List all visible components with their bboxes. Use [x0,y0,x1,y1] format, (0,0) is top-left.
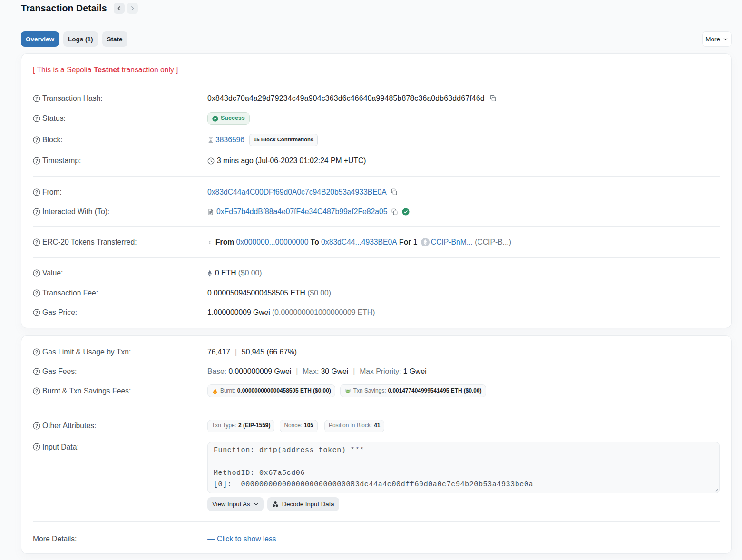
copy-from-address-button[interactable] [391,188,398,196]
txn-savings-chip-label: Txn Savings: [353,386,386,396]
question-icon[interactable] [33,157,40,165]
tab-state[interactable]: State [102,31,127,47]
question-icon[interactable] [33,289,40,297]
decode-input-data-label: Decode Input Data [282,501,334,508]
row-label: More Details: [33,534,207,544]
burnt-chip-value: 0.000000000000458505 ETH ($0.00) [237,386,331,396]
divider [33,176,720,177]
row-transaction-hash: Transaction Hash: 0x843dc70a4a29d79234c4… [33,93,720,104]
txn-type-chip-label: Txn Type: [212,421,236,431]
gas-fees-base-label: Base: [207,366,226,377]
copy-icon [489,95,497,102]
question-icon[interactable] [33,136,40,144]
tab-overview[interactable]: Overview [21,31,59,47]
question-icon[interactable] [33,422,40,430]
position-in-block-chip-value: 41 [374,421,380,431]
txn-type-chip-value: 2 (EIP-1559) [238,421,270,431]
chevron-down-icon [723,37,728,42]
transaction-hash-value: 0x843dc70a4a29d79234c49a904c363d6c46640a… [207,93,485,104]
more-details-label: More Details: [33,534,77,544]
more-button-label: More [705,36,720,43]
row-more-details: More Details: — Click to show less [33,534,720,544]
gas-price-eth: (0.000000001000000009 ETH) [272,307,375,318]
row-gas-price: Gas Price: 1.000000009 Gwei (0.000000001… [33,307,720,318]
question-icon[interactable] [33,348,40,356]
transaction-hash-label: Transaction Hash: [42,93,103,104]
divider [33,409,720,409]
row-label: Transaction Fee: [33,288,207,298]
row-value: Value: 0 ETH ($0.00) [33,268,720,278]
question-icon[interactable] [33,309,40,316]
overview-card: [ This is a Sepolia Testnet transaction … [21,53,732,328]
row-value: 1.000000009 Gwei (0.000000001000000009 E… [207,307,720,318]
copy-transaction-hash-button[interactable] [489,95,497,102]
interacted-with-address-link[interactable]: 0xFd57b4ddBf88a4e07fF4e34C487b99af2Fe82a… [216,206,387,217]
row-input-data: Input Data: Function: drip(address token… [33,442,720,511]
gas-limit-label: Gas Limit & Usage by Txn: [42,347,131,357]
decode-input-data-button[interactable]: Decode Input Data [267,497,339,511]
gas-limit-separator: | [235,347,237,357]
row-value: 0.000050945000458505 ETH ($0.00) [207,288,720,298]
copy-contract-address-button[interactable] [391,208,398,216]
copy-icon [391,208,398,216]
input-data-label: Input Data: [42,442,79,452]
page-title: Transaction Details [21,2,107,15]
gas-fees-max-label: Max: [303,366,319,377]
question-icon[interactable] [33,443,40,451]
question-icon[interactable] [33,368,40,375]
row-label: Other Attributes: [33,421,207,431]
position-in-block-chip: Position In Block: 41 [324,420,384,432]
burnt-chip-label: Burnt: [220,386,235,396]
timestamp-value: 3 mins ago (Jul-06-2023 01:02:24 PM +UTC… [217,156,366,166]
block-number-link[interactable]: 3836596 [215,135,244,145]
row-value: Burnt: 0.000000000000458505 ETH ($0.00) … [207,384,720,397]
tab-logs[interactable]: Logs (1) [63,31,98,47]
other-attributes-label: Other Attributes: [42,421,96,431]
testnet-warning: [ This is a Sepolia Testnet transaction … [33,65,720,75]
row-label: Interacted With (To): [33,206,207,217]
row-interacted-with: Interacted With (To): 0xFd57b4ddBf88a4e0… [33,206,720,217]
question-icon[interactable] [33,188,40,196]
input-data-textarea[interactable]: Function: drip(address token) *** Method… [207,442,720,493]
row-value: 0x843dc70a4a29d79234c49a904c363d6c46640a… [207,93,720,104]
question-icon[interactable] [33,387,40,395]
value-usd: ($0.00) [238,268,262,278]
flame-icon [212,388,218,394]
question-icon[interactable] [33,208,40,216]
question-icon[interactable] [33,115,40,122]
next-transaction-button[interactable] [127,3,138,14]
row-label: Input Data: [33,442,207,452]
erc20-to-address-link[interactable]: 0x83dC44...4933BE0A [321,237,397,247]
row-label: ERC-20 Tokens Transferred: [33,237,207,247]
row-timestamp: Timestamp: 3 mins ago (Jul-06-2023 01:02… [33,156,720,166]
more-button[interactable]: More [702,31,732,47]
from-address-link[interactable]: 0x83dC44a4C00DFf69d0A0c7c94B20b53a4933BE… [207,187,387,197]
gas-price-amount: 1.000000009 Gwei [207,307,270,318]
resize-corner-icon[interactable] [713,487,718,492]
row-label: From: [33,187,207,197]
view-input-as-button[interactable]: View Input As [207,497,264,511]
question-icon[interactable] [33,95,40,102]
row-gas-limit: Gas Limit & Usage by Txn: 76,417 | 50,94… [33,347,720,357]
row-value: 0x83dC44a4C00DFf69d0A0c7c94B20b53a4933BE… [207,187,720,197]
divider [33,226,720,227]
transaction-fee-label: Transaction Fee: [42,288,98,298]
row-burnt-fees: Burnt & Txn Savings Fees: Burnt: 0.00000… [33,384,720,397]
question-icon[interactable] [33,238,40,246]
previous-transaction-button[interactable] [114,3,125,14]
copy-icon [391,188,398,196]
erc20-token-link[interactable]: CCIP-BnM... [431,237,473,247]
show-less-link[interactable]: — Click to show less [207,534,276,544]
divider [33,521,720,522]
row-value: 3 mins ago (Jul-06-2023 01:02:24 PM +UTC… [207,156,720,166]
erc20-from-address-link[interactable]: 0x000000...00000000 [236,237,309,247]
input-data-column: Function: drip(address token) *** Method… [207,442,720,511]
page: Transaction Details Overview Logs (1) St… [21,0,732,554]
clock-icon [207,157,215,165]
testnet-warning-pre: [ This is a Sepolia [33,66,94,74]
row-value: From 0x000000...00000000 To 0x83dC44...4… [207,237,720,247]
gas-price-label: Gas Price: [42,307,77,318]
question-icon[interactable] [33,269,40,277]
row-erc20-transfers: ERC-20 Tokens Transferred: From 0x000000… [33,237,720,247]
testnet-warning-bold: Testnet [94,66,120,74]
